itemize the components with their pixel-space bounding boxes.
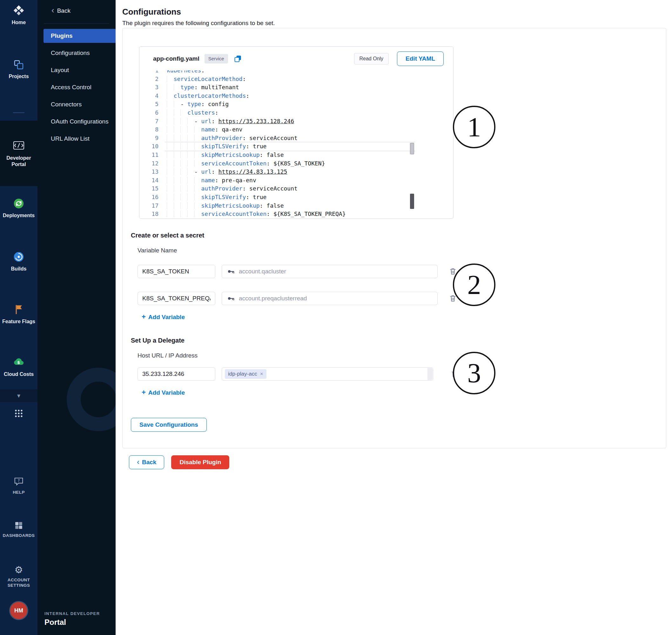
back-button[interactable]: ‹ Back xyxy=(129,455,164,469)
host-url-input[interactable] xyxy=(137,367,215,381)
remove-tag-icon[interactable]: × xyxy=(260,371,263,377)
sidebar-item-modules[interactable] xyxy=(0,409,38,418)
file-name: app-config.yaml xyxy=(153,55,199,62)
line-number: 7 xyxy=(139,117,165,126)
code-line-content: skipMetricsLookup: false xyxy=(165,151,415,159)
code-line[interactable]: 15 authProvider: serviceAccount xyxy=(139,184,415,193)
line-number: 12 xyxy=(139,159,165,168)
config-panel: app-config.yaml Service Read Only Edit Y… xyxy=(122,28,666,448)
code-line[interactable]: 14 name: pre-qa-env xyxy=(139,176,415,185)
code-line[interactable]: 6 clusters: xyxy=(139,109,415,117)
sidebar-item-layout[interactable]: Layout xyxy=(38,62,115,79)
secrets-heading: Create or select a secret xyxy=(131,232,666,239)
sidebar-item-plugins[interactable]: Plugins xyxy=(44,29,115,43)
nav-label: Feature Flags xyxy=(1,319,36,325)
apps-grid-icon xyxy=(14,409,23,418)
save-configurations-button[interactable]: Save Configurations xyxy=(131,418,207,432)
variable-name-input[interactable] xyxy=(137,265,215,278)
sidebar-item-home[interactable]: Home xyxy=(0,4,38,26)
module-menu: Plugins Configurations Layout Access Con… xyxy=(38,27,115,147)
sidebar-item-dashboards[interactable]: DASHBOARDS xyxy=(0,521,38,539)
delegate-row: idp-play-acc × xyxy=(137,367,666,381)
code-line[interactable]: 9 authProvider: serviceAccount xyxy=(139,134,415,143)
code-line[interactable]: 17 skipMetricsLookup: false xyxy=(139,202,415,210)
code-line[interactable]: 3 type: multiTenant xyxy=(139,83,415,92)
sidebar-item-url-allow-list[interactable]: URL Allow List xyxy=(38,130,115,147)
line-number: 18 xyxy=(139,210,165,218)
code-line[interactable]: 10 skipTLSVerify: true xyxy=(139,142,415,151)
code-line[interactable]: 2 serviceLocatorMethod: xyxy=(139,75,415,84)
annotation-number: 2 xyxy=(468,269,481,301)
code-line-content: serviceAccountToken: ${K8S_SA_TOKEN} xyxy=(165,159,415,168)
line-number: 2 xyxy=(139,75,165,84)
code-line[interactable]: 5 - type: config xyxy=(139,100,415,109)
code-line-content: skipTLSVerify: true xyxy=(165,193,415,202)
sidebar-item-developer-portal[interactable]: Developer Portal xyxy=(0,121,38,186)
variable-name-column-label: Variable Name xyxy=(137,247,666,254)
code-line[interactable]: 18 serviceAccountToken: ${K8S_SA_TOKEN_P… xyxy=(139,210,415,218)
back-link[interactable]: ‹ Back xyxy=(51,7,70,14)
edit-yaml-button[interactable]: Edit YAML xyxy=(397,51,444,66)
secret-row: account.qacluster xyxy=(137,265,666,278)
add-variable-link[interactable]: + Add Variable xyxy=(142,314,185,321)
code-line-content: authProvider: serviceAccount xyxy=(165,184,415,193)
read-only-badge: Read Only xyxy=(354,53,389,64)
delegate-tags-field[interactable]: idp-play-acc × xyxy=(222,367,433,381)
code-line-content: - url: https://34.83.13.125 xyxy=(165,168,415,176)
code-line[interactable]: 4 clusterLocatorMethods: xyxy=(139,92,415,100)
sidebar-item-cloud-costs[interactable]: $ Cloud Costs xyxy=(0,356,38,377)
svg-text:?: ? xyxy=(18,479,20,483)
code-line-content: - type: config xyxy=(165,100,415,109)
disable-plugin-button[interactable]: Disable Plugin xyxy=(171,455,229,469)
nav-label: Builds xyxy=(10,266,28,272)
add-variable-link[interactable]: + Add Variable xyxy=(142,389,185,396)
sidebar-item-configurations[interactable]: Configurations xyxy=(38,44,115,62)
page-title: Configurations xyxy=(122,7,666,17)
line-number: 10 xyxy=(139,142,165,151)
code-line[interactable]: 11 skipMetricsLookup: false xyxy=(139,151,415,159)
menu-label: Connectors xyxy=(51,101,82,108)
module-footer: INTERNAL DEVELOPER Portal xyxy=(44,611,100,627)
code-line[interactable]: 8 name: qa-env xyxy=(139,126,415,134)
plus-icon: + xyxy=(142,313,146,320)
builds-icon xyxy=(13,251,25,263)
scrollbar-thumb[interactable] xyxy=(410,194,414,209)
sidebar-item-feature-flags[interactable]: Feature Flags xyxy=(0,304,38,325)
nav-collapse-strip[interactable]: ▾ xyxy=(0,389,38,402)
code-line[interactable]: 1kubernetes: xyxy=(139,70,415,75)
yaml-editor[interactable]: 1kubernetes:2 serviceLocatorMethod:3 typ… xyxy=(139,70,415,218)
code-line-content: skipMetricsLookup: false xyxy=(165,202,415,210)
scrollbar-thumb[interactable] xyxy=(410,143,414,154)
code-line-content: authProvider: serviceAccount xyxy=(165,134,415,143)
chevron-left-icon: ‹ xyxy=(51,6,54,14)
code-line[interactable]: 16 skipTLSVerify: true xyxy=(139,193,415,202)
code-line-content: serviceLocatorMethod: xyxy=(165,75,415,84)
variable-name-input[interactable] xyxy=(137,292,215,305)
sidebar-item-oauth-configurations[interactable]: OAuth Configurations xyxy=(38,113,115,130)
nav-label: Home xyxy=(11,19,27,26)
sidebar-item-deployments[interactable]: Deployments xyxy=(0,197,38,219)
code-line[interactable]: 13 - url: https://34.83.13.125 xyxy=(139,168,415,176)
sidebar-item-help[interactable]: ? HELP xyxy=(0,476,38,495)
sidebar-item-builds[interactable]: Builds xyxy=(0,251,38,272)
nav-label: Developer Portal xyxy=(0,155,38,168)
code-line[interactable]: 12 serviceAccountToken: ${K8S_SA_TOKEN} xyxy=(139,159,415,168)
line-number: 1 xyxy=(139,70,165,75)
sidebar-item-projects[interactable]: Projects xyxy=(0,59,38,80)
tag-chip: idp-play-acc × xyxy=(225,369,266,379)
yaml-card: app-config.yaml Service Read Only Edit Y… xyxy=(139,46,454,219)
secret-select[interactable]: account.qacluster xyxy=(222,265,438,278)
code-line[interactable]: 7 - url: https://35.233.128.246 xyxy=(139,117,415,126)
gear-icon: ⚙ xyxy=(15,565,23,575)
user-avatar[interactable]: HM xyxy=(10,602,27,619)
harness-home-icon xyxy=(13,4,25,17)
copy-icon[interactable] xyxy=(234,54,242,63)
sidebar-item-connectors[interactable]: Connectors xyxy=(38,96,115,113)
code-line-content: type: multiTenant xyxy=(165,83,415,92)
secret-select[interactable]: account.preqaclusterread xyxy=(222,292,438,305)
dashboards-icon xyxy=(14,521,23,530)
sidebar-item-access-control[interactable]: Access Control xyxy=(38,79,115,96)
sidebar-item-account-settings[interactable]: ⚙ ACCOUNT SETTINGS xyxy=(0,565,38,588)
code-line-content: name: pre-qa-env xyxy=(165,176,415,185)
key-icon xyxy=(227,268,235,275)
